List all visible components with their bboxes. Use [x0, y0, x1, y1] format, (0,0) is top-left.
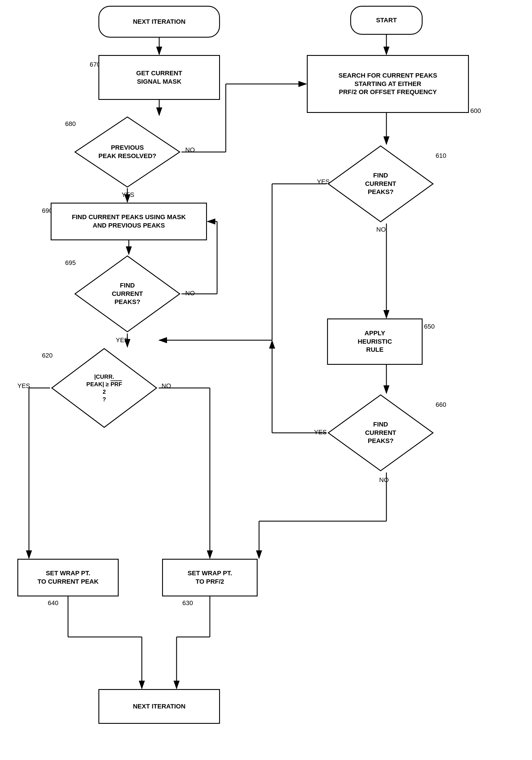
- ref-640: 640: [48, 599, 59, 607]
- no-610-label: NO: [376, 226, 386, 233]
- no-695-label: NO: [185, 290, 195, 297]
- yes-695-label: YES: [116, 336, 128, 344]
- no-620-label: NO: [161, 382, 171, 390]
- previous-peak-diamond: PREVIOUSPEAK RESOLVED?: [74, 116, 181, 188]
- search-peaks-box: SEARCH FOR CURRENT PEAKSSTARTING AT EITH…: [307, 55, 469, 113]
- ref-630: 630: [182, 599, 193, 607]
- yes-660-label: YES: [314, 429, 327, 436]
- set-wrap-prf2-box: SET WRAP PT.TO PRF/2: [162, 559, 258, 596]
- ref-660: 660: [436, 401, 446, 408]
- yes-610-label: YES: [317, 178, 330, 186]
- find-peaks-660-diamond: FINDCURRENTPEAKS?: [327, 394, 434, 472]
- flowchart-diagram: NEXT ITERATION 670 GET CURRENTSIGNAL MAS…: [0, 0, 532, 760]
- curr-peak-diamond: |CURR.PEAK| ≥ PRF2?: [51, 348, 158, 429]
- find-peaks-610-diamond: FINDCURRENTPEAKS?: [327, 145, 434, 223]
- no-680-label: NO: [185, 146, 195, 154]
- ref-650: 650: [424, 323, 435, 330]
- start-box: START: [350, 6, 422, 35]
- set-wrap-current-box: SET WRAP PT.TO CURRENT PEAK: [17, 559, 119, 596]
- yes-680-label: YES: [121, 191, 134, 199]
- next-iteration-bottom: NEXT ITERATION: [98, 689, 220, 724]
- get-signal-mask-box: GET CURRENTSIGNAL MASK: [98, 55, 220, 100]
- no-660-label: NO: [379, 476, 389, 484]
- yes-620-label: YES: [17, 382, 30, 390]
- apply-heuristic-box: APPLYHEURISTICRULE: [327, 318, 422, 365]
- find-peaks-mask-box: FIND CURRENT PEAKS USING MASKAND PREVIOU…: [51, 203, 207, 240]
- ref-610: 610: [436, 152, 446, 160]
- find-peaks-695-diamond: FINDCURRENTPEAKS?: [74, 255, 181, 333]
- next-iteration-top: NEXT ITERATION: [98, 6, 220, 38]
- ref-600: 600: [470, 107, 481, 115]
